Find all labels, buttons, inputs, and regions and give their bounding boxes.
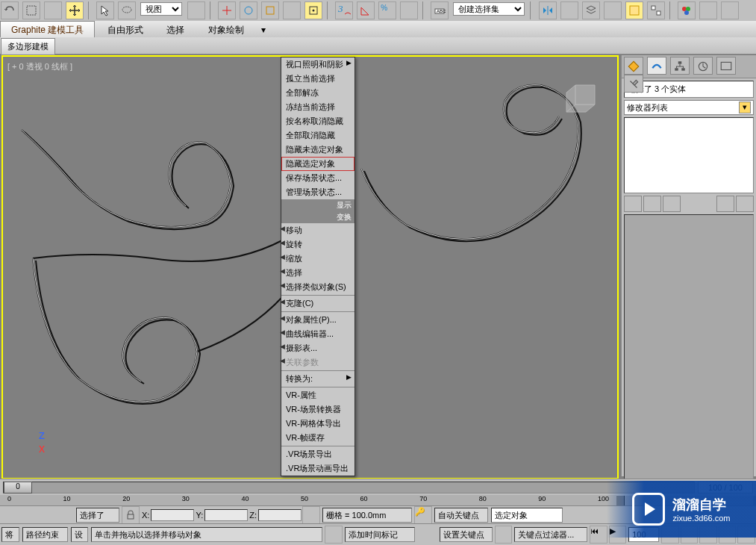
tab-objectpaint[interactable]: 对象绘制 bbox=[198, 22, 254, 38]
ctx-hide-selected[interactable]: 隐藏选定对象 bbox=[281, 157, 354, 171]
select-icon[interactable] bbox=[96, 1, 114, 19]
ctx-unfreeze-all[interactable]: 全部解冻 bbox=[281, 86, 354, 100]
tab-display-icon[interactable] bbox=[716, 57, 736, 75]
ctx-convert-to[interactable]: 转换为: bbox=[281, 372, 354, 386]
add-time-tag[interactable]: 添加时间标记 bbox=[345, 527, 415, 542]
ctx-save-scene-state[interactable]: 保存场景状态... bbox=[281, 171, 354, 185]
x-input[interactable] bbox=[151, 509, 194, 521]
mirror-icon[interactable] bbox=[539, 1, 557, 19]
selection-info: 选择了 3 个实体 bbox=[624, 81, 754, 98]
chevron-down-icon[interactable]: ▾ bbox=[739, 102, 751, 113]
key-icon[interactable] bbox=[495, 526, 513, 544]
center-icon[interactable] bbox=[304, 1, 322, 19]
tab-modify-icon[interactable] bbox=[647, 57, 666, 75]
schematic-icon[interactable] bbox=[647, 1, 665, 19]
ctx-viewport-lighting[interactable]: 视口照明和阴影 bbox=[281, 57, 354, 72]
tab-will[interactable]: 将 bbox=[1, 527, 19, 542]
render-setup-icon[interactable] bbox=[699, 1, 717, 19]
move2-icon[interactable] bbox=[218, 1, 236, 19]
polygon-modeling-button[interactable]: 多边形建模 bbox=[1, 38, 55, 55]
ribbon-subbar: 多边形建模 bbox=[0, 37, 756, 54]
curve-editor-icon[interactable] bbox=[625, 1, 643, 19]
view-dropdown[interactable]: 视图 bbox=[140, 2, 182, 16]
tab-hierarchy-icon[interactable] bbox=[670, 57, 690, 75]
scale-icon[interactable] bbox=[261, 1, 279, 19]
time-slider-track[interactable]: 0 bbox=[3, 482, 695, 493]
viewcube[interactable] bbox=[560, 75, 604, 118]
ctx-hide-unselected[interactable]: 隐藏未选定对象 bbox=[281, 143, 354, 157]
modifier-stack[interactable] bbox=[624, 117, 754, 193]
undo-icon[interactable] bbox=[1, 1, 19, 19]
render-frame-icon[interactable] bbox=[721, 1, 739, 19]
ctx-vr-scene-conv[interactable]: VR-场景转换器 bbox=[281, 402, 354, 417]
key-filters[interactable]: 关键点过滤器... bbox=[514, 527, 587, 542]
ctx-clone[interactable]: 克隆(C) bbox=[281, 296, 354, 311]
tab-overflow[interactable]: ▾ bbox=[257, 22, 270, 39]
selection-set-dropdown[interactable]: 创建选择集 bbox=[453, 2, 525, 16]
refsys-icon[interactable] bbox=[283, 1, 301, 19]
ctx-scale[interactable]: 缩放 bbox=[281, 252, 354, 266]
ctx-header-transform: 变换 bbox=[281, 211, 354, 223]
move-icon[interactable] bbox=[66, 1, 84, 19]
tab-set[interactable]: 设 bbox=[71, 527, 89, 542]
z-input[interactable] bbox=[258, 509, 302, 521]
ctx-freeze-sel[interactable]: 冻结当前选择 bbox=[281, 100, 354, 114]
ctx-manage-scene-state[interactable]: 管理场景状态... bbox=[281, 185, 354, 199]
ctx-curve-editor[interactable]: 曲线编辑器... bbox=[281, 327, 354, 341]
ctx-vr-scene-export[interactable]: .VR场景导出 bbox=[281, 447, 354, 461]
unique-icon[interactable] bbox=[663, 196, 681, 212]
ctx-dope-sheet[interactable]: 摄影表... bbox=[281, 341, 354, 355]
link-icon[interactable] bbox=[44, 1, 62, 19]
time-slider-thumb[interactable]: 0 bbox=[4, 482, 32, 493]
ctx-vr-anim-export[interactable]: .VR场景动画导出 bbox=[281, 461, 354, 476]
snap3-icon[interactable]: 3 bbox=[335, 1, 353, 19]
ctx-unhide-all[interactable]: 全部取消隐藏 bbox=[281, 128, 354, 143]
tab-freeform[interactable]: 自由形式 bbox=[97, 22, 154, 38]
crossing-icon[interactable] bbox=[187, 1, 205, 19]
ctx-unhide-by-name[interactable]: 按名称取消隐藏 bbox=[281, 114, 354, 128]
tab-graphite[interactable]: Graphite 建模工具 bbox=[0, 21, 95, 38]
tab-create-icon[interactable] bbox=[624, 57, 643, 75]
autokey-button[interactable]: 自动关键点 bbox=[434, 508, 488, 523]
ctx-rotate[interactable]: 旋转 bbox=[281, 237, 354, 252]
tab-motion-icon[interactable] bbox=[693, 57, 713, 75]
named-sel-icon[interactable]: ABC bbox=[431, 1, 449, 19]
rollout-area[interactable] bbox=[624, 214, 754, 522]
ctx-move[interactable]: 移动 bbox=[281, 223, 354, 237]
lasso-icon[interactable] bbox=[118, 1, 136, 19]
rotate-icon[interactable] bbox=[240, 1, 257, 19]
config-icon[interactable] bbox=[736, 196, 754, 212]
percent-snap-icon[interactable]: % bbox=[378, 1, 396, 19]
angle-snap-icon[interactable] bbox=[357, 1, 375, 19]
script-icon[interactable] bbox=[325, 526, 343, 544]
selobj-dropdown[interactable]: 选定对象 bbox=[491, 508, 563, 523]
ctx-object-props[interactable]: 对象属性(P)... bbox=[281, 313, 354, 327]
abs-rel-icon[interactable] bbox=[302, 506, 320, 524]
stack-buttons bbox=[624, 196, 754, 212]
layers-icon[interactable] bbox=[582, 1, 600, 19]
ctx-vr-props[interactable]: VR-属性 bbox=[281, 388, 354, 402]
key-mode-icon[interactable]: 🔑 bbox=[414, 506, 432, 524]
ctx-vr-framebuffer[interactable]: VR-帧缓存 bbox=[281, 431, 354, 445]
svg-rect-16 bbox=[678, 61, 682, 63]
pin-stack-icon[interactable] bbox=[624, 196, 642, 212]
ctx-select-similar[interactable]: 选择类似对象(S) bbox=[281, 280, 354, 294]
ctx-isolate[interactable]: 孤立当前选择 bbox=[281, 72, 354, 86]
ctx-select[interactable]: 选择 bbox=[281, 266, 354, 280]
material-icon[interactable] bbox=[678, 1, 696, 19]
tab-path-constraint[interactable]: 路径约束 bbox=[22, 527, 68, 542]
modifier-list-dropdown[interactable]: 修改器列表 ▾ bbox=[624, 100, 754, 115]
tab-select[interactable]: 选择 bbox=[156, 22, 195, 38]
layer-mgr-icon[interactable] bbox=[604, 1, 622, 19]
ctx-vr-mesh-export[interactable]: VR-网格体导出 bbox=[281, 417, 354, 431]
redo-icon[interactable] bbox=[22, 1, 40, 19]
lock-icon[interactable] bbox=[122, 506, 140, 524]
spinner-snap-icon[interactable] bbox=[400, 1, 418, 19]
y-input[interactable] bbox=[204, 509, 248, 521]
remove-mod-icon[interactable] bbox=[716, 196, 734, 212]
setkey-button[interactable]: 设置关键点 bbox=[440, 527, 493, 542]
tab-utilities-icon[interactable] bbox=[624, 75, 643, 93]
show-end-icon[interactable] bbox=[643, 196, 661, 212]
goto-start-icon[interactable]: ⏮ bbox=[590, 526, 607, 544]
align-icon[interactable] bbox=[560, 1, 578, 19]
